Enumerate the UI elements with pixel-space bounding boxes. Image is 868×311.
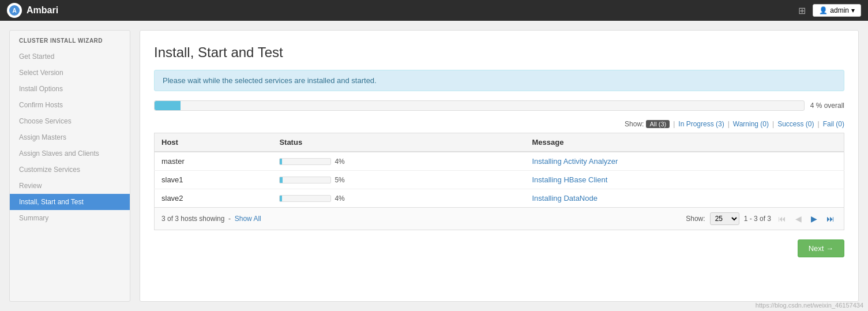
show-all-link[interactable]: Show All: [235, 215, 261, 223]
overall-progress-fill: [155, 101, 181, 110]
overall-progress-row: 4 % overall: [154, 100, 844, 111]
admin-menu-button[interactable]: 👤 admin ▾: [813, 4, 861, 17]
content-area: Install, Start and Test Please wait whil…: [140, 30, 859, 302]
info-banner: Please wait while the selected services …: [154, 70, 844, 91]
table-row: slave24%Installing DataNode: [155, 189, 844, 208]
all-filter-badge[interactable]: All (3): [646, 120, 670, 128]
warning-filter-link[interactable]: Warning (0): [733, 120, 769, 128]
row-progress-fill: [280, 159, 282, 164]
row-pct-label: 4%: [335, 158, 344, 166]
svg-text:A: A: [12, 8, 16, 14]
sidebar-item-customize-services[interactable]: Customize Services: [10, 162, 130, 178]
row-progress-fill: [280, 177, 282, 183]
cell-host: slave2: [155, 189, 273, 208]
cell-message: Installing Activity Analyzer: [525, 152, 844, 171]
fail-filter-link[interactable]: Fail (0): [823, 120, 844, 128]
navbar: A Ambari ⊞ 👤 admin ▾: [0, 0, 868, 21]
col-message: Message: [525, 133, 844, 152]
filter-row: Show: All (3) | In Progress (3) | Warnin…: [154, 120, 844, 128]
overall-progress-text: 4 % overall: [810, 102, 844, 110]
main-container: CLUSTER INSTALL WIZARD Get Started Selec…: [0, 21, 868, 311]
message-link[interactable]: Installing HBase Client: [532, 175, 607, 184]
brand: A Ambari: [7, 3, 58, 18]
table-row: master4%Installing Activity Analyzer: [155, 152, 844, 171]
row-progress-container: 4%: [279, 158, 518, 166]
sidebar-item-assign-slaves[interactable]: Assign Slaves and Clients: [10, 145, 130, 162]
sidebar-item-choose-services[interactable]: Choose Services: [10, 113, 130, 129]
row-pct-label: 4%: [335, 194, 344, 203]
overall-progress-bar: [154, 100, 805, 111]
row-progress-bar: [279, 195, 331, 202]
table-header-row: Host Status Message: [155, 133, 844, 152]
sidebar-item-confirm-hosts[interactable]: Confirm Hosts: [10, 97, 130, 113]
showing-count: 3 of 3 hosts showing: [161, 215, 224, 223]
per-page-select[interactable]: 10 25 50 100: [710, 212, 739, 225]
table-row: slave15%Installing HBase Client: [155, 171, 844, 189]
in-progress-filter-link[interactable]: In Progress (3): [678, 120, 724, 128]
next-page-button[interactable]: ▶: [809, 213, 820, 224]
navbar-right: ⊞ 👤 admin ▾: [798, 4, 861, 17]
row-progress-fill: [280, 196, 282, 201]
user-icon: 👤: [819, 6, 828, 14]
sidebar-item-install-start-test[interactable]: Install, Start and Test: [10, 194, 130, 210]
cell-message: Installing HBase Client: [525, 171, 844, 189]
grid-icon[interactable]: ⊞: [798, 5, 806, 16]
page-info: 1 - 3 of 3: [744, 215, 771, 223]
sidebar-title: CLUSTER INSTALL WIZARD: [10, 31, 130, 48]
cell-status: 4%: [272, 152, 525, 171]
row-progress-bar: [279, 158, 331, 165]
message-link[interactable]: Installing DataNode: [532, 194, 597, 203]
sidebar-item-review[interactable]: Review: [10, 178, 130, 194]
cell-message: Installing DataNode: [525, 189, 844, 208]
last-page-button[interactable]: ⏭: [824, 213, 837, 224]
hosts-table: Host Status Message master4%Installing A…: [154, 133, 844, 208]
col-status: Status: [272, 133, 525, 152]
showing-text: 3 of 3 hosts showing - Show All: [161, 215, 261, 223]
show-label-footer: Show:: [686, 215, 705, 223]
cell-host: slave1: [155, 171, 273, 189]
sidebar-item-summary[interactable]: Summary: [10, 210, 130, 226]
sidebar-item-install-options[interactable]: Install Options: [10, 81, 130, 97]
cell-host: master: [155, 152, 273, 171]
table-footer: 3 of 3 hosts showing - Show All Show: 10…: [154, 208, 844, 230]
pagination-controls: Show: 10 25 50 100 1 - 3 of 3 ⏮ ◀ ▶ ⏭: [686, 212, 837, 225]
info-message: Please wait while the selected services …: [163, 76, 377, 85]
cell-status: 4%: [272, 189, 525, 208]
admin-label: admin: [830, 6, 849, 14]
chevron-down-icon: ▾: [851, 6, 855, 14]
prev-page-button[interactable]: ◀: [793, 213, 804, 224]
button-row: Next →: [154, 230, 844, 257]
first-page-button[interactable]: ⏮: [776, 213, 788, 224]
sidebar-item-assign-masters[interactable]: Assign Masters: [10, 129, 130, 145]
ambari-logo: A: [7, 3, 22, 18]
sidebar: CLUSTER INSTALL WIZARD Get Started Selec…: [9, 30, 130, 302]
url-hint: https://blog.csdn.net/weixin_46157434: [756, 302, 863, 309]
row-progress-container: 4%: [279, 194, 518, 203]
row-progress-container: 5%: [279, 176, 518, 184]
col-host: Host: [155, 133, 273, 152]
show-label: Show:: [625, 120, 644, 128]
cell-status: 5%: [272, 171, 525, 189]
row-pct-label: 5%: [335, 176, 344, 184]
page-title: Install, Start and Test: [154, 44, 844, 61]
sidebar-item-get-started[interactable]: Get Started: [10, 48, 130, 65]
row-progress-bar: [279, 177, 331, 183]
message-link[interactable]: Installing Activity Analyzer: [532, 157, 618, 166]
success-filter-link[interactable]: Success (0): [777, 120, 814, 128]
brand-name: Ambari: [27, 5, 58, 16]
sidebar-item-select-version[interactable]: Select Version: [10, 65, 130, 81]
next-button[interactable]: Next →: [798, 239, 844, 257]
